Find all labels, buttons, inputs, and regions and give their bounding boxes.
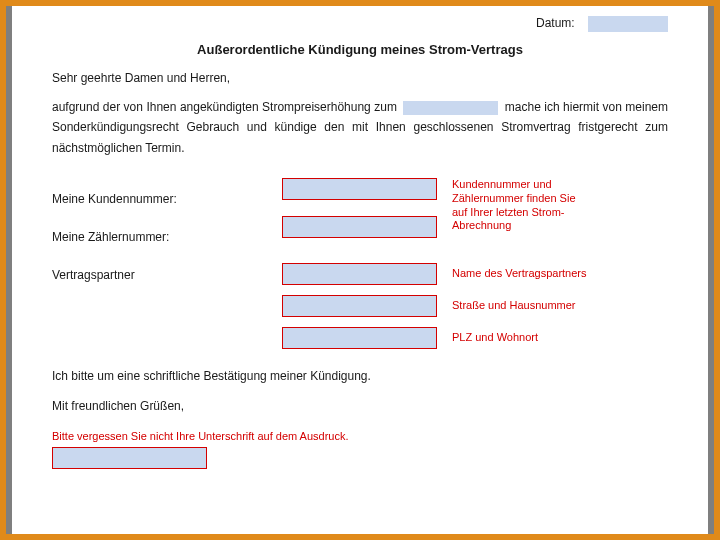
- closing-text: Mit freundlichen Grüßen,: [52, 399, 668, 413]
- body-paragraph: aufgrund der von Ihnen angekündigten Str…: [52, 97, 668, 158]
- hint-partner-plz: PLZ und Wohnort: [452, 331, 538, 345]
- date-label: Datum:: [536, 16, 575, 30]
- hint-kunden-zaehler: Kundennummer und Zählernummer finden Sie…: [452, 178, 592, 233]
- price-increase-date-field[interactable]: [403, 101, 498, 115]
- confirmation-text: Ich bitte um eine schriftliche Bestätigu…: [52, 369, 668, 383]
- field-zaehlernummer[interactable]: [282, 216, 437, 238]
- field-kundennummer[interactable]: [282, 178, 437, 200]
- salutation: Sehr geehrte Damen und Herren,: [52, 71, 668, 85]
- form-area: Meine Kundennummer: Meine Zählernummer: …: [52, 178, 668, 363]
- field-partner-name[interactable]: [282, 263, 437, 285]
- hint-partner-name: Name des Vertragspartners: [452, 267, 587, 281]
- document-title: Außerordentliche Kündigung meines Strom-…: [52, 42, 668, 57]
- label-zaehlernummer: Meine Zählernummer:: [52, 230, 169, 244]
- document-page: Datum: Außerordentliche Kündigung meines…: [12, 6, 708, 534]
- field-partner-plz[interactable]: [282, 327, 437, 349]
- date-field[interactable]: [588, 16, 668, 32]
- date-row: Datum:: [52, 16, 668, 32]
- field-signature[interactable]: [52, 447, 207, 469]
- gray-margin: Datum: Außerordentliche Kündigung meines…: [6, 6, 714, 534]
- hint-signature: Bitte vergessen Sie nicht Ihre Unterschr…: [52, 429, 668, 443]
- body-text-pre: aufgrund der von Ihnen angekündigten Str…: [52, 100, 400, 114]
- label-vertragspartner: Vertragspartner: [52, 268, 135, 282]
- outer-frame: Datum: Außerordentliche Kündigung meines…: [0, 0, 720, 540]
- field-partner-strasse[interactable]: [282, 295, 437, 317]
- label-kundennummer: Meine Kundennummer:: [52, 192, 177, 206]
- hint-partner-strasse: Straße und Hausnummer: [452, 299, 576, 313]
